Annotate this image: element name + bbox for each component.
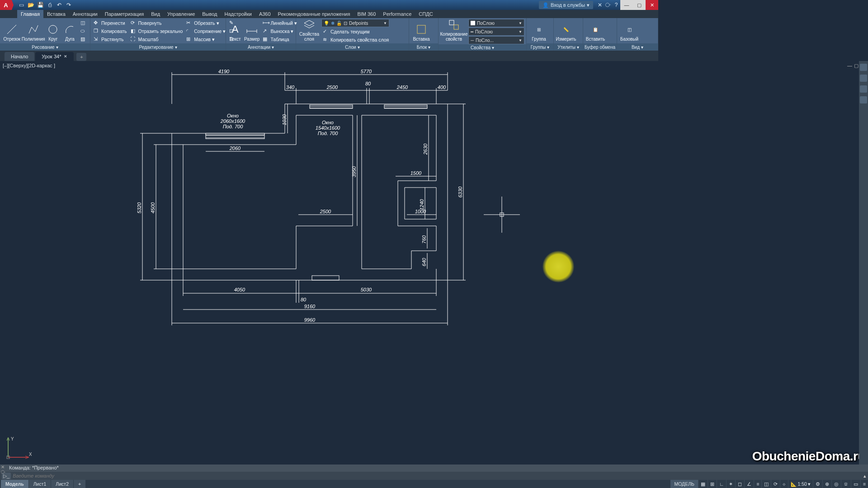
panel-view: ◫Базовый Вид ▾ xyxy=(617,18,658,51)
svg-rect-9 xyxy=(206,133,264,135)
drawing-canvas[interactable]: [–][Сверху][2D-каркас ] —▢✕ 4190 5770 34… xyxy=(0,61,658,369)
line-button[interactable]: Отрезок xyxy=(2,19,22,42)
paste-button[interactable]: 📋Вставить xyxy=(585,19,606,42)
tab-addins[interactable]: Надстройки xyxy=(221,10,255,18)
draw-extra2[interactable]: ⬭ xyxy=(79,27,88,35)
panel-layers-title[interactable]: Слои ▾ xyxy=(296,43,409,51)
move-button[interactable]: ✥Перенести xyxy=(92,19,128,27)
svg-text:640: 640 xyxy=(421,258,427,266)
redo-icon[interactable]: ↷ xyxy=(65,1,73,9)
panel-draw: Отрезок Полилиния Круг Дуга ◫ ⬭ ▨ Рисова… xyxy=(0,18,90,51)
table-icon: ▦ xyxy=(263,36,269,42)
tab-start[interactable]: Начало xyxy=(5,52,34,61)
new-icon[interactable]: ▭ xyxy=(17,1,25,9)
layer-combo[interactable]: 💡❄🔓⊡Defpoints▼ xyxy=(321,19,389,27)
leader-button[interactable]: ↗Выноска ▾ xyxy=(261,27,298,35)
make-current-button[interactable]: ✓Сделать текущим xyxy=(321,28,407,35)
linetype-combo[interactable]: ─ПоСло...▼ xyxy=(468,36,524,44)
lineweight-combo[interactable]: ━ПоСлою▼ xyxy=(468,28,524,36)
tab-view[interactable]: Вид xyxy=(147,10,164,18)
tab-parametric[interactable]: Параметризация xyxy=(101,10,147,18)
fillet-button[interactable]: ◜Сопряжение ▾ xyxy=(185,27,227,35)
maximize-button[interactable]: ▢ xyxy=(633,0,646,10)
undo-icon[interactable]: ↶ xyxy=(55,1,63,9)
text-button[interactable]: AТекст xyxy=(228,19,242,42)
svg-text:5320: 5320 xyxy=(137,202,142,213)
match-props-button[interactable]: Копирование свойств xyxy=(440,19,467,42)
panel-draw-title[interactable]: Рисование ▾ xyxy=(0,43,90,51)
table-button[interactable]: ▦Таблица xyxy=(261,35,298,43)
fillet-icon: ◜ xyxy=(186,28,193,34)
app-logo[interactable]: A xyxy=(0,0,12,10)
polyline-button[interactable]: Полилиния xyxy=(23,19,44,42)
array-button[interactable]: ⊞Массив ▾ xyxy=(185,35,227,43)
svg-text:5770: 5770 xyxy=(361,69,372,74)
help-icon[interactable]: ? xyxy=(612,1,620,9)
move-icon: ✥ xyxy=(94,20,100,26)
svg-text:Окно: Окно xyxy=(227,113,239,118)
circle-button[interactable]: Круг xyxy=(45,19,61,42)
tab-manage[interactable]: Управление xyxy=(164,10,198,18)
svg-text:1030: 1030 xyxy=(282,114,287,125)
svg-text:Окно: Окно xyxy=(322,120,334,125)
tab-insert[interactable]: Вставка xyxy=(43,10,69,18)
baseview-icon: ◫ xyxy=(623,23,636,36)
match-layer-button[interactable]: ≋Копировать свойства слоя xyxy=(321,36,407,43)
arc-button[interactable]: Дуга xyxy=(62,19,77,42)
panel-block-title[interactable]: Блок ▾ xyxy=(409,43,438,51)
print-icon[interactable]: ⎙ xyxy=(46,1,54,9)
panel-groups: ⊞Группа Группы ▾ xyxy=(527,18,554,51)
color-combo[interactable]: ПоСлою▼ xyxy=(468,19,524,27)
svg-rect-5 xyxy=(417,25,425,33)
rotate-button[interactable]: ⟳Повернуть xyxy=(129,19,184,27)
tab-spds[interactable]: СПДС xyxy=(415,10,436,18)
stretch-button[interactable]: ⇲Растянуть xyxy=(92,35,128,43)
insert-block-button[interactable]: Вставка xyxy=(411,19,432,42)
layer-props-button[interactable]: Свойства слоя xyxy=(298,19,321,42)
panel-groups-title[interactable]: Группы ▾ xyxy=(527,43,553,51)
panel-props-title[interactable]: Свойства ▾ xyxy=(439,44,526,51)
copy-button[interactable]: ❐Копировать xyxy=(92,27,128,35)
trim-button[interactable]: ✂Обрезать ▾ xyxy=(185,19,227,27)
linear-dim-button[interactable]: ⟼Линейный ▾ xyxy=(261,19,298,27)
group-button[interactable]: ⊞Группа xyxy=(528,19,549,42)
base-view-button[interactable]: ◫Базовый xyxy=(619,19,640,42)
minimize-button[interactable]: — xyxy=(620,0,633,10)
panel-anno-title[interactable]: Аннотации ▾ xyxy=(226,43,296,51)
open-icon[interactable]: 📂 xyxy=(27,1,35,9)
svg-rect-18 xyxy=(312,276,339,280)
tab-close-icon[interactable]: ✕ xyxy=(64,54,67,59)
draw-extra3[interactable]: ▨ xyxy=(79,35,88,43)
panel-util-title[interactable]: Утилиты ▾ xyxy=(554,43,583,51)
tab-output[interactable]: Вывод xyxy=(198,10,221,18)
mirror-button[interactable]: ◧Отразить зеркально xyxy=(129,27,184,35)
svg-text:6330: 6330 xyxy=(458,186,463,197)
tab-featured[interactable]: Рекомендованные приложения xyxy=(274,10,354,18)
tab-bim360[interactable]: BIM 360 xyxy=(354,10,379,18)
tab-performance[interactable]: Performance xyxy=(379,10,415,18)
panel-block: Вставка Блок ▾ xyxy=(409,18,439,51)
scale-button[interactable]: ⛶Масштаб xyxy=(129,35,184,43)
close-button[interactable]: ✕ xyxy=(646,0,658,10)
dimension-button[interactable]: Размер xyxy=(243,19,260,42)
panel-view-title[interactable]: Вид ▾ xyxy=(617,43,658,51)
linear-icon: ⟼ xyxy=(263,20,269,26)
exchange-icon[interactable]: ✕ xyxy=(596,1,604,9)
draw-extra1[interactable]: ◫ xyxy=(79,19,88,27)
panel-modify-title[interactable]: Редактирование ▾ xyxy=(90,43,226,51)
svg-text:760: 760 xyxy=(421,235,427,244)
viewport-label[interactable]: [–][Сверху][2D-каркас ] xyxy=(3,63,55,68)
dimension-icon xyxy=(245,23,258,36)
tab-home[interactable]: Главная xyxy=(17,10,43,18)
measure-button[interactable]: 📏Измерить xyxy=(556,19,576,42)
arc-icon xyxy=(63,23,76,36)
tab-document[interactable]: Урок 34*✕ xyxy=(35,52,74,61)
line-icon xyxy=(5,23,18,36)
svg-rect-7 xyxy=(454,25,458,29)
tab-a360[interactable]: А360 xyxy=(255,10,274,18)
login-button[interactable]: 👤 Вход в службы ▾ xyxy=(539,1,593,9)
share-icon[interactable]: ⧂ xyxy=(604,1,612,9)
tab-annotate[interactable]: Аннотации xyxy=(69,10,101,18)
add-tab-button[interactable]: + xyxy=(76,53,86,61)
save-icon[interactable]: 💾 xyxy=(36,1,44,9)
